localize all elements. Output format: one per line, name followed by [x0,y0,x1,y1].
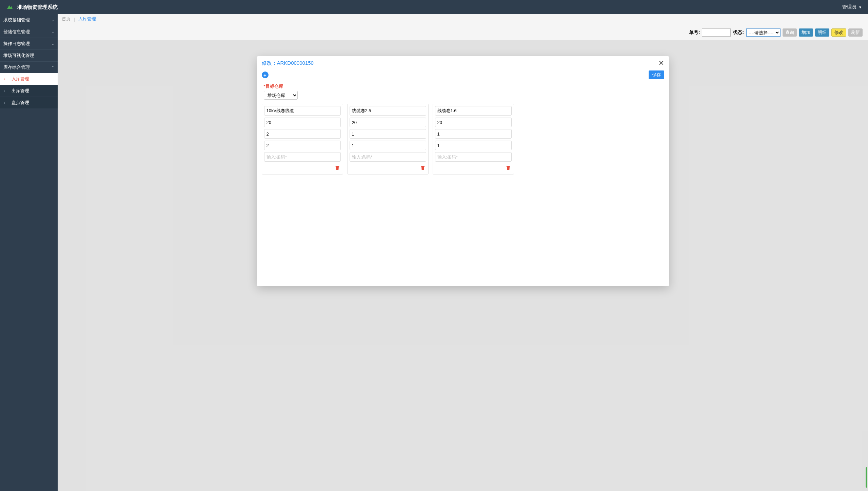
trash-icon [420,165,426,170]
item-cards [262,104,664,175]
item-name-input[interactable] [350,106,426,116]
nav-group-log[interactable]: 操作日志管理 ⌄ [0,38,58,49]
nav-group-visual[interactable]: 堆场可视化管理 [0,50,58,61]
brand: 堆场物资管理系统 [6,3,58,11]
main-content: 首页 | 入库管理 单号: 状态: ----请选择---- 查询 增加 明细 修… [58,14,868,491]
item-field-3[interactable] [350,141,426,150]
sidebar-item-label: 入库管理 [12,76,29,82]
close-icon: ✕ [658,59,664,67]
sidebar-item-inbound[interactable]: › 入库管理 [0,73,58,85]
delete-item-button[interactable] [419,164,426,172]
item-field-3[interactable] [435,141,512,150]
target-select[interactable]: 堆场仓库 [264,91,298,100]
user-menu[interactable]: 管理员 ▼ [842,4,862,10]
sidebar-item-inventory[interactable]: › 盘点管理 [0,97,58,109]
item-card [433,104,514,175]
modal-title: 修改：ARKD00000150 [262,60,314,66]
nav-label: 操作日志管理 [3,41,30,47]
item-field-3[interactable] [264,141,341,150]
target-label: *目标仓库 [264,83,664,89]
item-field-1[interactable] [435,118,512,127]
nav-group-inventory[interactable]: 库存综合管理 ⌃ [0,62,58,73]
modal-header: 修改：ARKD00000150 ✕ [257,56,669,70]
delete-item-button[interactable] [334,164,341,172]
chevron-down-icon: ⌄ [51,18,54,22]
sidebar: 系统基础管理 ⌄ 登陆信息管理 ⌄ 操作日志管理 ⌄ 堆场可视化管理 [0,14,58,491]
nav-label: 堆场可视化管理 [3,53,34,59]
caret-down-icon: ▼ [859,5,862,9]
chevron-down-icon: ⌄ [51,42,54,46]
chevron-right-icon: › [4,77,8,81]
nav-label: 库存综合管理 [3,64,30,70]
brand-logo-icon [6,3,14,11]
modal-body: *目标仓库 堆场仓库 [257,82,669,286]
modal-backdrop: 修改：ARKD00000150 ✕ + 保存 [58,14,868,491]
sidebar-item-label: 盘点管理 [12,100,29,106]
modal-title-prefix: 修改： [262,60,277,66]
chevron-down-icon: ⌄ [51,30,54,34]
app-title: 堆场物资管理系统 [17,4,58,11]
nav-label: 系统基础管理 [3,17,30,23]
item-field-2[interactable] [264,129,341,139]
scroll-indicator[interactable] [866,467,867,488]
chevron-up-icon: ⌃ [51,65,54,70]
delete-item-button[interactable] [505,164,512,172]
item-barcode-input[interactable] [350,152,426,162]
plus-icon: + [263,72,267,78]
app-header: 堆场物资管理系统 管理员 ▼ [0,0,868,14]
sidebar-item-outbound[interactable]: › 出库管理 [0,85,58,97]
nav-group-login[interactable]: 登陆信息管理 ⌄ [0,26,58,38]
trash-icon [335,165,340,170]
target-warehouse-field: *目标仓库 堆场仓库 [262,83,664,100]
item-card [262,104,343,175]
item-barcode-input[interactable] [435,152,512,162]
item-card [347,104,429,175]
modal-toolbar: + 保存 [257,70,669,82]
item-barcode-input[interactable] [264,152,341,162]
nav-group-system[interactable]: 系统基础管理 ⌄ [0,14,58,26]
item-field-1[interactable] [350,118,426,127]
save-button[interactable]: 保存 [649,70,664,79]
item-field-2[interactable] [435,129,512,139]
user-label: 管理员 [842,4,856,10]
nav-label: 登陆信息管理 [3,29,30,35]
add-row-button[interactable]: + [262,71,269,78]
trash-icon [506,165,511,170]
item-field-1[interactable] [264,118,341,127]
item-field-2[interactable] [350,129,426,139]
edit-modal: 修改：ARKD00000150 ✕ + 保存 [257,56,669,286]
item-name-input[interactable] [435,106,512,116]
item-name-input[interactable] [264,106,341,116]
chevron-right-icon: › [4,89,8,93]
close-button[interactable]: ✕ [658,60,664,66]
sidebar-item-label: 出库管理 [12,88,29,94]
chevron-right-icon: › [4,101,8,105]
modal-record-id: ARKD00000150 [277,60,314,66]
